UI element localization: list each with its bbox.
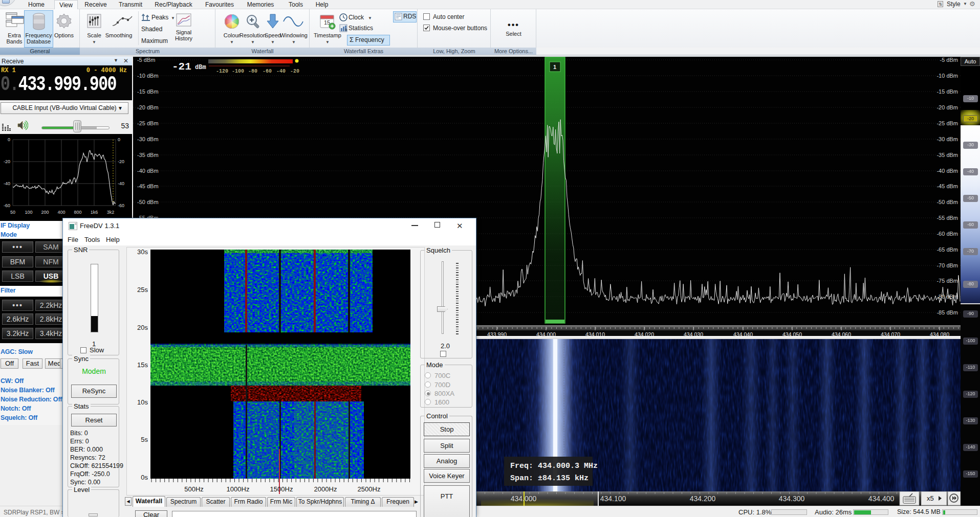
svg-text:-25 dBm: -25 dBm bbox=[937, 120, 958, 126]
svg-text:1000Hz: 1000Hz bbox=[227, 485, 250, 493]
svg-text:-20: -20 bbox=[290, 69, 299, 74]
svg-text:-25 dBm: -25 dBm bbox=[137, 120, 159, 126]
svg-text:-75 dBm: -75 dBm bbox=[937, 278, 958, 284]
svg-text:dBm: dBm bbox=[195, 64, 206, 71]
svg-text:-85 dBm: -85 dBm bbox=[937, 309, 958, 316]
svg-text:-15 dBm: -15 dBm bbox=[937, 88, 958, 95]
svg-text:434.400: 434.400 bbox=[868, 494, 895, 503]
svg-text:-50 dBm: -50 dBm bbox=[937, 199, 958, 205]
svg-text:-80 dBm: -80 dBm bbox=[937, 294, 958, 300]
svg-text:9: 9 bbox=[345, 28, 347, 32]
svg-text:-60 dBm: -60 dBm bbox=[937, 231, 958, 237]
svg-text:-5 dBm: -5 dBm bbox=[940, 57, 958, 63]
svg-text:-35 dBm: -35 dBm bbox=[937, 152, 958, 158]
svg-text:-40 dBm: -40 dBm bbox=[937, 168, 958, 174]
svg-text:434.300: 434.300 bbox=[779, 494, 805, 503]
svg-text:Freq: 434.000.3 MHz: Freq: 434.000.3 MHz bbox=[510, 462, 598, 470]
svg-text:3k2: 3k2 bbox=[107, 210, 115, 215]
svg-text:400: 400 bbox=[57, 210, 65, 215]
svg-text:-65 dBm: -65 dBm bbox=[937, 246, 958, 253]
svg-text:-40: -40 bbox=[276, 69, 286, 74]
svg-text:0: 0 bbox=[8, 137, 10, 142]
svg-text:Span: ±84.135 kHz: Span: ±84.135 kHz bbox=[510, 474, 589, 483]
svg-text:434.100: 434.100 bbox=[600, 494, 626, 503]
svg-text:-40: -40 bbox=[118, 181, 124, 186]
svg-text:500Hz: 500Hz bbox=[184, 485, 204, 493]
svg-text:200: 200 bbox=[41, 210, 49, 215]
svg-text:-20 dBm: -20 dBm bbox=[937, 104, 958, 110]
svg-text:-40 dBm: -40 dBm bbox=[137, 168, 159, 174]
svg-text:1k6: 1k6 bbox=[91, 210, 98, 215]
svg-text:-100: -100 bbox=[232, 69, 244, 74]
svg-text:-60: -60 bbox=[4, 203, 10, 208]
svg-text:-10 dBm: -10 dBm bbox=[137, 73, 159, 79]
svg-text:1: 1 bbox=[553, 64, 556, 70]
svg-text:-70 dBm: -70 dBm bbox=[937, 262, 958, 268]
svg-text:800: 800 bbox=[74, 210, 81, 215]
svg-text:-35 dBm: -35 dBm bbox=[137, 152, 159, 158]
svg-text:-20 dBm: -20 dBm bbox=[137, 104, 159, 110]
svg-text:-50 dBm: -50 dBm bbox=[137, 199, 159, 205]
svg-text:-45 dBm: -45 dBm bbox=[137, 183, 159, 189]
svg-text:0: 0 bbox=[118, 137, 120, 142]
svg-text:434.200: 434.200 bbox=[690, 494, 716, 503]
svg-text:-80: -80 bbox=[248, 69, 257, 74]
svg-text:-30 dBm: -30 dBm bbox=[937, 136, 958, 142]
svg-text:100: 100 bbox=[25, 210, 32, 215]
svg-text:2500Hz: 2500Hz bbox=[358, 485, 381, 493]
svg-text:-5 dBm: -5 dBm bbox=[137, 57, 155, 63]
svg-text:2000Hz: 2000Hz bbox=[314, 485, 337, 493]
svg-text:-21: -21 bbox=[172, 61, 191, 73]
svg-text:434.000: 434.000 bbox=[511, 494, 537, 503]
svg-text:50: 50 bbox=[10, 210, 15, 215]
svg-text:-15 dBm: -15 dBm bbox=[137, 88, 159, 95]
svg-text:-45 dBm: -45 dBm bbox=[937, 183, 958, 189]
svg-text:x5: x5 bbox=[927, 494, 934, 502]
svg-text:-20: -20 bbox=[118, 159, 124, 164]
svg-text:-60: -60 bbox=[118, 203, 124, 208]
svg-text:-40: -40 bbox=[4, 181, 10, 186]
svg-text:-120: -120 bbox=[216, 69, 228, 74]
svg-text:-20: -20 bbox=[4, 159, 10, 164]
svg-text:-10 dBm: -10 dBm bbox=[937, 73, 958, 79]
svg-text:-30 dBm: -30 dBm bbox=[137, 136, 159, 142]
svg-text:1500Hz: 1500Hz bbox=[270, 485, 293, 493]
svg-text:-60: -60 bbox=[263, 69, 272, 74]
svg-text:-55 dBm: -55 dBm bbox=[937, 215, 958, 221]
